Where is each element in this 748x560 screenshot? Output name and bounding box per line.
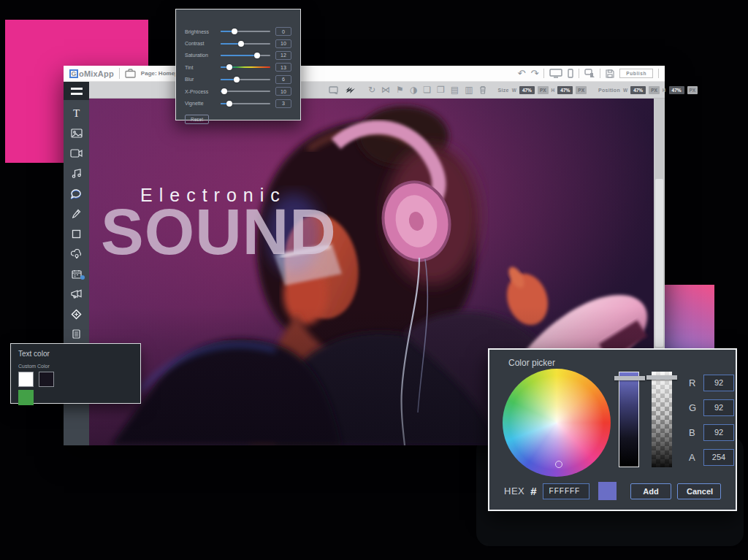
rotate-icon[interactable]: ↻ bbox=[368, 85, 375, 94]
idea-cloud-icon bbox=[71, 249, 83, 258]
alpha-slider-handle[interactable] bbox=[646, 375, 677, 380]
divider bbox=[658, 69, 659, 78]
sidebar-item-schedule[interactable] bbox=[64, 267, 89, 280]
position-w-unit[interactable]: PX bbox=[649, 86, 660, 94]
notification-dot bbox=[80, 275, 85, 280]
position-w-label: W bbox=[623, 88, 627, 93]
sidebar-item-text[interactable]: T bbox=[64, 107, 89, 120]
g-input[interactable]: 92 bbox=[703, 399, 734, 416]
size-w-input[interactable]: 47% bbox=[519, 86, 535, 94]
blur-value[interactable]: 6 bbox=[275, 75, 291, 84]
color-picker-panel: Color picker R 92 G 92 B 92 A 254 HEX # bbox=[488, 348, 737, 511]
color-wheel[interactable] bbox=[503, 369, 611, 477]
contrast-icon[interactable]: ◑ bbox=[410, 85, 417, 94]
undo-button[interactable]: ↶ bbox=[518, 69, 526, 78]
shade-slider[interactable] bbox=[619, 372, 639, 467]
menu-button[interactable] bbox=[64, 82, 89, 100]
divider bbox=[543, 69, 544, 78]
slider-label: Vignette bbox=[185, 101, 215, 106]
flip-horizontal-icon[interactable]: ⋈ bbox=[381, 85, 390, 94]
logo-g-icon: G bbox=[69, 69, 78, 78]
channel-row-g: G 92 bbox=[689, 399, 734, 416]
sidebar-item-notes[interactable] bbox=[64, 328, 89, 341]
reset-button[interactable]: Reset bbox=[185, 115, 209, 124]
swatch-white[interactable] bbox=[18, 372, 34, 387]
position-h-input[interactable]: 47% bbox=[669, 86, 684, 94]
brightness-slider[interactable] bbox=[221, 31, 270, 32]
r-input[interactable]: 92 bbox=[703, 375, 734, 391]
brightness-value[interactable]: 0 bbox=[275, 27, 291, 36]
text-tool-icon: T bbox=[73, 107, 80, 120]
color-picker-title: Color picker bbox=[508, 358, 555, 368]
sidebar-item-transform[interactable] bbox=[64, 307, 89, 321]
size-label: Size bbox=[498, 88, 509, 93]
effects-icon[interactable] bbox=[345, 85, 356, 94]
save-button[interactable] bbox=[606, 69, 614, 78]
slider-row-brightness: Brightness 0 bbox=[185, 26, 291, 37]
sidebar-item-ideas[interactable] bbox=[64, 248, 89, 261]
mobile-preview-button[interactable] bbox=[568, 69, 573, 78]
canvas-text-sound[interactable]: SOUND bbox=[101, 202, 337, 262]
cancel-button[interactable]: Cancel bbox=[677, 483, 721, 499]
alpha-slider[interactable] bbox=[652, 372, 672, 467]
channel-row-b: B 92 bbox=[689, 423, 734, 441]
contrast-value[interactable]: 10 bbox=[275, 39, 291, 48]
redo-button[interactable]: ↷ bbox=[530, 69, 538, 78]
desktop-preview-button[interactable] bbox=[549, 69, 562, 78]
document-icon bbox=[72, 329, 80, 339]
contrast-slider[interactable] bbox=[221, 43, 270, 45]
saturation-slider[interactable] bbox=[221, 55, 270, 56]
paste-icon[interactable]: ▤ bbox=[451, 85, 459, 94]
pin-icon[interactable]: ⚑ bbox=[396, 85, 404, 94]
megaphone-icon bbox=[71, 289, 83, 299]
divider bbox=[600, 69, 600, 78]
decor-gradient-square bbox=[665, 285, 714, 350]
sidebar-item-draw[interactable] bbox=[64, 207, 89, 220]
blur-slider[interactable] bbox=[221, 79, 270, 80]
slider-row-vignette: Vignette 3 bbox=[185, 97, 291, 109]
artboard-export-icon[interactable] bbox=[329, 86, 339, 94]
b-input[interactable]: 92 bbox=[703, 424, 734, 441]
vignette-value[interactable]: 3 bbox=[275, 99, 291, 108]
shade-slider-handle[interactable] bbox=[614, 376, 645, 380]
sidebar-item-chat[interactable] bbox=[64, 187, 89, 200]
trash-icon[interactable] bbox=[479, 85, 486, 94]
position-w-input[interactable]: 47% bbox=[630, 86, 646, 94]
pencil-icon bbox=[72, 209, 81, 219]
briefcase-icon bbox=[125, 69, 136, 78]
current-color-swatch[interactable] bbox=[598, 482, 617, 500]
publish-button[interactable]: Publish bbox=[619, 69, 653, 78]
copy-icon[interactable]: ❏ bbox=[423, 85, 431, 94]
swatch-black[interactable] bbox=[39, 372, 54, 387]
sidebar-item-announce[interactable] bbox=[64, 288, 89, 301]
tint-slider[interactable] bbox=[221, 66, 270, 68]
a-input[interactable]: 254 bbox=[703, 449, 734, 466]
vignette-slider[interactable] bbox=[221, 103, 270, 104]
duplicate-icon[interactable]: ❐ bbox=[437, 85, 445, 94]
swatch-green[interactable] bbox=[18, 390, 34, 405]
app-logo: G oMixApp bbox=[69, 69, 114, 78]
sidebar-item-image[interactable] bbox=[64, 127, 89, 140]
size-h-input[interactable]: 47% bbox=[557, 86, 573, 94]
saturation-value[interactable]: 12 bbox=[275, 51, 291, 60]
sidebar-item-shapes[interactable] bbox=[64, 227, 89, 240]
export-download-button[interactable] bbox=[584, 69, 595, 78]
size-w-unit[interactable]: PX bbox=[538, 86, 549, 94]
custom-color-label: Custom Color bbox=[18, 364, 133, 369]
scrollbar-thumb[interactable] bbox=[655, 179, 663, 347]
pages-icon[interactable]: ▥ bbox=[465, 85, 473, 94]
sidebar-item-video[interactable] bbox=[64, 147, 89, 160]
size-h-unit[interactable]: PX bbox=[576, 86, 587, 94]
sidebar-item-music[interactable] bbox=[64, 167, 89, 180]
image-icon bbox=[71, 129, 83, 138]
add-button[interactable]: Add bbox=[630, 483, 671, 499]
position-h-unit[interactable]: PX bbox=[687, 86, 698, 94]
chat-icon bbox=[71, 189, 83, 199]
xprocess-value[interactable]: 10 bbox=[275, 87, 291, 96]
size-h-label: H bbox=[552, 88, 555, 93]
tint-value[interactable]: 13 bbox=[275, 63, 291, 72]
hex-input[interactable] bbox=[543, 483, 589, 499]
video-icon bbox=[70, 149, 83, 158]
color-wheel-cursor[interactable] bbox=[555, 461, 562, 468]
xprocess-slider[interactable] bbox=[221, 91, 270, 92]
